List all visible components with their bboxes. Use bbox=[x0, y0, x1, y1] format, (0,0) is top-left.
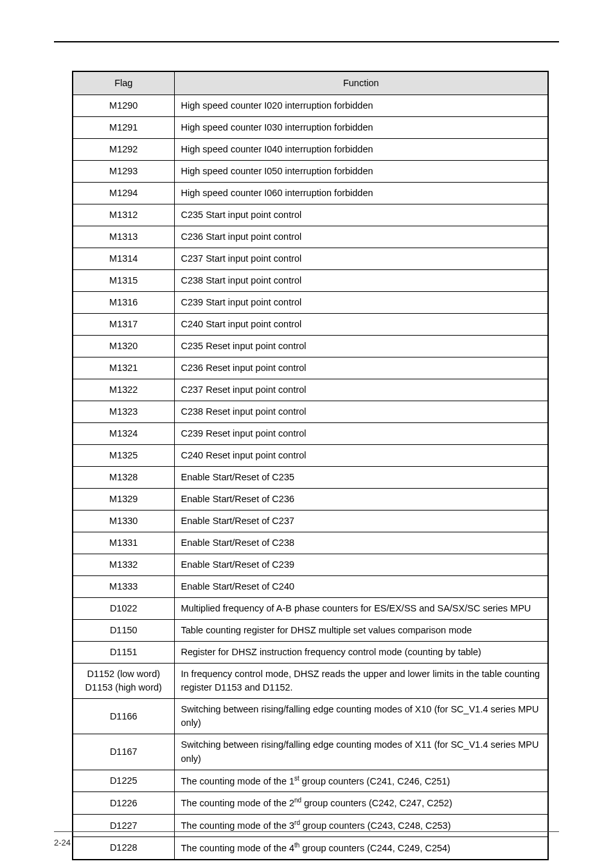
flag-cell: D1225 bbox=[73, 770, 174, 792]
function-cell: High speed counter I050 interruption for… bbox=[174, 161, 548, 183]
table-row: M1290High speed counter I020 interruptio… bbox=[73, 95, 548, 117]
function-cell: The counting mode of the 3rd group count… bbox=[174, 815, 548, 837]
flag-cell: D1150 bbox=[73, 620, 174, 642]
top-rule bbox=[54, 41, 559, 42]
function-cell: C240 Reset input point control bbox=[174, 445, 548, 467]
function-cell: Enable Start/Reset of C239 bbox=[174, 554, 548, 576]
table-row: M1291High speed counter I030 interruptio… bbox=[73, 117, 548, 139]
function-cell: High speed counter I060 interruption for… bbox=[174, 183, 548, 204]
flag-cell: M1293 bbox=[73, 161, 174, 183]
function-cell: Multiplied frequency of A-B phase counte… bbox=[174, 598, 548, 620]
table-row: D1228The counting mode of the 4th group … bbox=[73, 837, 548, 860]
table-row: M1328Enable Start/Reset of C235 bbox=[73, 467, 548, 489]
flag-cell: M1314 bbox=[73, 248, 174, 270]
table-row: M1329Enable Start/Reset of C236 bbox=[73, 489, 548, 511]
function-cell: C238 Start input point control bbox=[174, 270, 548, 292]
page-number: 2-24 bbox=[54, 838, 71, 847]
function-cell: High speed counter I040 interruption for… bbox=[174, 139, 548, 161]
ordinal-suffix: th bbox=[294, 842, 299, 849]
function-cell: C237 Start input point control bbox=[174, 248, 548, 270]
table-row: M1292High speed counter I040 interruptio… bbox=[73, 139, 548, 161]
function-cell: C236 Reset input point control bbox=[174, 357, 548, 379]
table-row: M1320C235 Reset input point control bbox=[73, 336, 548, 357]
table-row: M1316C239 Start input point control bbox=[73, 292, 548, 314]
function-cell: High speed counter I020 interruption for… bbox=[174, 95, 548, 117]
table-row: D1227The counting mode of the 3rd group … bbox=[73, 815, 548, 837]
table-row: M1312C235 Start input point control bbox=[73, 204, 548, 226]
flag-cell: M1331 bbox=[73, 532, 174, 554]
function-cell: The counting mode of the 1st group count… bbox=[174, 770, 548, 792]
flag-cell: M1315 bbox=[73, 270, 174, 292]
table-row: M1314C237 Start input point control bbox=[73, 248, 548, 270]
flag-cell: M1316 bbox=[73, 292, 174, 314]
header-flag: Flag bbox=[73, 71, 174, 95]
flag-cell: M1312 bbox=[73, 204, 174, 226]
flag-cell: M1329 bbox=[73, 489, 174, 511]
flag-cell: D1228 bbox=[73, 837, 174, 860]
function-cell: C239 Reset input point control bbox=[174, 423, 548, 445]
header-function: Function bbox=[174, 71, 548, 95]
table-row: M1315C238 Start input point control bbox=[73, 270, 548, 292]
table-row: D1225The counting mode of the 1st group … bbox=[73, 770, 548, 792]
flag-cell: M1325 bbox=[73, 445, 174, 467]
flag-cell: M1321 bbox=[73, 357, 174, 379]
flag-cell: M1323 bbox=[73, 401, 174, 423]
flag-cell: M1294 bbox=[73, 183, 174, 204]
flag-function-table-container: Flag Function M1290High speed counter I0… bbox=[72, 71, 549, 860]
table-row: M1323C238 Reset input point control bbox=[73, 401, 548, 423]
function-cell: Enable Start/Reset of C236 bbox=[174, 489, 548, 511]
table-row: M1322C237 Reset input point control bbox=[73, 379, 548, 401]
function-cell: Register for DHSZ instruction frequency … bbox=[174, 642, 548, 664]
flag-cell: D1167 bbox=[73, 734, 174, 770]
flag-cell: M1290 bbox=[73, 95, 174, 117]
function-cell: The counting mode of the 2nd group count… bbox=[174, 792, 548, 815]
table-row: M1321C236 Reset input point control bbox=[73, 357, 548, 379]
flag-cell: M1322 bbox=[73, 379, 174, 401]
function-cell: Enable Start/Reset of C238 bbox=[174, 532, 548, 554]
function-cell: C235 Reset input point control bbox=[174, 336, 548, 357]
flag-cell: M1330 bbox=[73, 511, 174, 532]
flag-cell: D1151 bbox=[73, 642, 174, 664]
function-cell: C239 Start input point control bbox=[174, 292, 548, 314]
table-row: D1022Multiplied frequency of A-B phase c… bbox=[73, 598, 548, 620]
table-row: D1152 (low word)D1153 (high word)In freq… bbox=[73, 664, 548, 699]
ordinal-suffix: rd bbox=[294, 819, 300, 826]
flag-cell: M1332 bbox=[73, 554, 174, 576]
function-cell: Enable Start/Reset of C237 bbox=[174, 511, 548, 532]
table-row: M1317C240 Start input point control bbox=[73, 314, 548, 336]
flag-cell: M1317 bbox=[73, 314, 174, 336]
flag-cell: M1292 bbox=[73, 139, 174, 161]
function-cell: Switching between rising/falling edge co… bbox=[174, 734, 548, 770]
table-row: M1313C236 Start input point control bbox=[73, 226, 548, 248]
table-header-row: Flag Function bbox=[73, 71, 548, 95]
table-row: M1294High speed counter I060 interruptio… bbox=[73, 183, 548, 204]
flag-cell: M1313 bbox=[73, 226, 174, 248]
flag-cell: M1324 bbox=[73, 423, 174, 445]
function-cell: Enable Start/Reset of C235 bbox=[174, 467, 548, 489]
flag-cell: D1152 (low word)D1153 (high word) bbox=[73, 664, 174, 699]
function-cell: In frequency control mode, DHSZ reads th… bbox=[174, 664, 548, 699]
function-cell: C235 Start input point control bbox=[174, 204, 548, 226]
ordinal-suffix: nd bbox=[294, 797, 301, 804]
function-cell: C240 Start input point control bbox=[174, 314, 548, 336]
table-row: D1167Switching between rising/falling ed… bbox=[73, 734, 548, 770]
function-cell: C238 Reset input point control bbox=[174, 401, 548, 423]
table-row: M1325C240 Reset input point control bbox=[73, 445, 548, 467]
table-row: D1151Register for DHSZ instruction frequ… bbox=[73, 642, 548, 664]
function-cell: Switching between rising/falling edge co… bbox=[174, 699, 548, 734]
table-row: M1331Enable Start/Reset of C238 bbox=[73, 532, 548, 554]
flag-cell: M1328 bbox=[73, 467, 174, 489]
function-cell: High speed counter I030 interruption for… bbox=[174, 117, 548, 139]
flag-cell: M1291 bbox=[73, 117, 174, 139]
footer-rule bbox=[54, 831, 559, 832]
function-cell: Table counting register for DHSZ multipl… bbox=[174, 620, 548, 642]
table-row: M1293High speed counter I050 interruptio… bbox=[73, 161, 548, 183]
table-row: D1150Table counting register for DHSZ mu… bbox=[73, 620, 548, 642]
function-cell: The counting mode of the 4th group count… bbox=[174, 837, 548, 860]
ordinal-suffix: st bbox=[294, 775, 299, 782]
flag-cell: D1227 bbox=[73, 815, 174, 837]
flag-cell: D1226 bbox=[73, 792, 174, 815]
function-cell: Enable Start/Reset of C240 bbox=[174, 576, 548, 598]
table-row: D1166Switching between rising/falling ed… bbox=[73, 699, 548, 734]
flag-cell: M1320 bbox=[73, 336, 174, 357]
